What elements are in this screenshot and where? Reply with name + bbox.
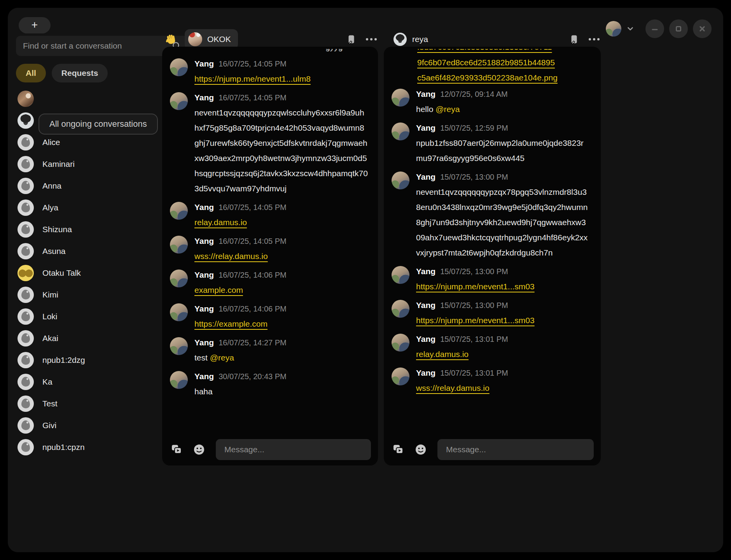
message-author-avatar[interactable]: [170, 202, 188, 220]
message-text: relay.damus.io: [194, 215, 287, 230]
middle-message-list: gyyg Yang16/07/25, 14:05 PM https://njum…: [162, 47, 378, 432]
message: Yang15/07/25, 13:00 PM https://njump.me/…: [384, 296, 601, 330]
more-ellipsis-icon: [589, 38, 591, 40]
tab-requests[interactable]: Requests: [52, 64, 108, 82]
user-avatar[interactable]: [606, 21, 621, 37]
message-author-avatar[interactable]: [392, 172, 409, 189]
message-link[interactable]: https://njump.me/nevent1...sm03: [416, 316, 535, 325]
conversation-name: Kaminari: [42, 159, 75, 169]
close-button[interactable]: [693, 19, 712, 38]
media-attach-button[interactable]: [170, 443, 183, 456]
message-link[interactable]: relay.damus.io: [416, 350, 469, 359]
message-author-avatar[interactable]: [170, 92, 188, 110]
message-text-part: hello: [416, 105, 435, 114]
message-link[interactable]: https://njump.me/nevent1...sm03: [416, 282, 535, 291]
message-text: haha: [194, 384, 287, 399]
media-attach-icon: [170, 443, 183, 456]
note-button[interactable]: [345, 33, 358, 46]
message-author: Yang: [416, 123, 435, 132]
note-button[interactable]: [567, 33, 581, 46]
message: Yang30/07/25, 20:43 PM haha: [162, 368, 378, 401]
conversation-avatar: [17, 91, 34, 107]
close-icon: [699, 25, 706, 32]
new-conversation-button[interactable]: +: [19, 17, 51, 33]
message-link[interactable]: wss://relay.damus.io: [416, 383, 490, 392]
message-author-avatar[interactable]: [392, 368, 409, 385]
message-author-avatar[interactable]: [392, 300, 409, 318]
message-text: test @reya: [194, 350, 287, 365]
message-author-avatar[interactable]: [170, 303, 188, 321]
right-chat-panel: f8dd769c762fc83395d6f13386/7e7119fc6b07e…: [384, 47, 601, 466]
message-link[interactable]: https://example.com: [194, 319, 268, 328]
conversation-avatar: [17, 439, 34, 455]
message-link[interactable]: wss://relay.damus.io: [194, 252, 268, 261]
message-link[interactable]: relay.damus.io: [194, 218, 247, 227]
conversation-avatar: [17, 287, 34, 303]
mention-link[interactable]: @reya: [210, 353, 234, 362]
message-input[interactable]: [437, 439, 594, 460]
message: Yang16/07/25, 14:06 PM example.com: [162, 266, 378, 300]
message-text: hello @reya: [416, 102, 508, 117]
conversation-name: Loki: [42, 312, 58, 321]
message-author: Yang: [194, 236, 214, 245]
message-author-avatar[interactable]: [170, 58, 188, 76]
app-window: +: [8, 8, 723, 552]
message-author: Yang: [416, 267, 435, 276]
message-author: Yang: [416, 172, 435, 181]
message-author-avatar[interactable]: [170, 337, 188, 355]
message-author-avatar[interactable]: [392, 122, 409, 140]
tab-all[interactable]: All: [16, 64, 46, 82]
conversation-name: Asuna: [42, 247, 66, 256]
search-input[interactable]: [22, 41, 171, 51]
minimize-button[interactable]: [645, 19, 664, 38]
conversation-avatar: [17, 221, 34, 238]
conversation-name: Otaku Talk: [42, 268, 81, 278]
message-timestamp: 16/07/25, 14:05 PM: [219, 93, 287, 102]
message-author-avatar[interactable]: [392, 334, 409, 352]
more-options-button[interactable]: [365, 33, 378, 46]
message-author: Yang: [416, 368, 435, 377]
maximize-button[interactable]: [669, 19, 688, 38]
conversation-avatar: [17, 374, 34, 390]
message-author-avatar[interactable]: [170, 270, 188, 287]
message-author-avatar[interactable]: [170, 236, 188, 254]
maximize-icon: [675, 25, 682, 32]
clipped-link-line[interactable]: c5ae6f482e93933d502238ae104e.png: [417, 70, 593, 85]
emoji-button[interactable]: [414, 443, 427, 456]
clipped-link-line[interactable]: 9fc6b07ed8ce6d251882b9851b44895: [417, 55, 593, 70]
message-text-part: nevent1qvzqqqqqqypzqx78pgq53vlnzmdr8l3u3…: [416, 187, 588, 257]
emoji-button[interactable]: [192, 443, 206, 456]
message-text: nevent1qvzqqqqqqypzqx78pgq53vlnzmdr8l3u3…: [416, 184, 590, 260]
message-timestamp: 16/07/25, 14:27 PM: [219, 338, 287, 347]
right-peer-name: reya: [412, 35, 428, 44]
message-text: nevent1qvzqqqqqqypzqwlsccluhy6xxsr6l9a9u…: [194, 105, 369, 196]
middle-peer-name: OKOK: [207, 35, 231, 44]
message-link[interactable]: example.com: [194, 285, 243, 294]
message: Yang16/07/25, 14:05 PM https://njump.me/…: [162, 55, 378, 89]
clipped-line-window: f8dd769c762fc83395d6f13386/7e711: [417, 49, 593, 55]
mention-link[interactable]: @reya: [435, 105, 460, 114]
middle-composer: [170, 439, 371, 460]
message-input[interactable]: [216, 439, 371, 460]
message: Yang15/07/25, 13:01 PM wss://relay.damus…: [384, 364, 601, 398]
message: Yang15/07/25, 13:00 PM nevent1qvzqqqqqqy…: [384, 168, 601, 262]
right-peer-avatar[interactable]: [393, 33, 407, 46]
clipped-line-window: gyyg: [162, 49, 378, 55]
message-timestamp: 15/07/25, 13:00 PM: [440, 267, 508, 276]
chevron-down-icon[interactable]: [626, 24, 635, 33]
message-timestamp: 15/07/25, 13:00 PM: [440, 173, 508, 181]
conversation-avatar: [17, 308, 34, 325]
message-text: https://njump.me/nevent1...ulm8: [194, 71, 311, 86]
message-text: npub1zfss807aer0j26mwp2la0ume0jqde3823rm…: [416, 135, 590, 166]
media-attach-button[interactable]: [392, 443, 405, 456]
message-author-avatar[interactable]: [170, 371, 188, 389]
conversation-avatar: [17, 134, 34, 150]
conversation-name: Alice: [42, 138, 60, 147]
more-options-button[interactable]: [588, 33, 601, 46]
clipped-link-line[interactable]: f8dd769c762fc83395d6f13386/7e711: [417, 49, 593, 54]
message-author-avatar[interactable]: [392, 266, 409, 284]
emoji-smiley-icon: [193, 443, 205, 456]
message-author-avatar[interactable]: [392, 89, 409, 107]
message-link[interactable]: https://njump.me/nevent1...ulm8: [194, 74, 311, 83]
message-author: Yang: [194, 203, 214, 212]
